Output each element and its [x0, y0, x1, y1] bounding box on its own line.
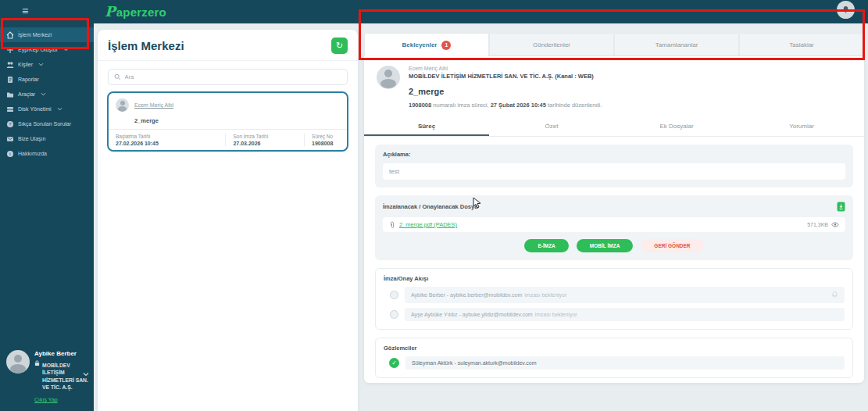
detail-process-title: 2_merge [409, 87, 602, 96]
field-label: Başlatma Tarihi [116, 134, 218, 139]
status-tabs: Bekleyenler 1 Gönderilenler Tamamlananla… [364, 33, 864, 56]
sidebar-item-hakkimizda[interactable]: i Hakkımızda [0, 146, 94, 161]
signer-name: Ayşe Aybüke Yıldız - aybuke.yildiz@mobil… [411, 312, 533, 317]
observer-row: ✓ Süleyman Aktürk - suleyman.akturk@mobi… [384, 356, 845, 370]
sidebar-item-label: Araçlar [18, 91, 35, 97]
sidebar-item-bize-ulasin[interactable]: Bize Ulaşın [0, 131, 94, 146]
field-value: 1908008 [312, 141, 340, 146]
process-number: 1908008 [409, 102, 431, 109]
e-imza-button[interactable]: E-İMZA [524, 239, 568, 252]
flow-row: Ayşe Aybüke Yıldız - aybuke.yildiz@mobil… [384, 308, 845, 321]
download-file-icon[interactable] [837, 202, 845, 212]
process-card[interactable]: Ecem Meriç Altıl 2_merge Başlatma Tarihi… [107, 91, 348, 152]
chevron-down-icon[interactable] [83, 366, 89, 380]
file-row: 2_merge.pdf (PADES) 571,3KB [383, 217, 845, 232]
observers-section-title: Gözlemciler [384, 345, 845, 352]
logout-link[interactable]: Çıkış Yap [34, 397, 58, 402]
hamburger-menu-icon[interactable]: ≡ [22, 5, 28, 17]
report-icon [6, 76, 14, 84]
card-owner-name: Ecem Meriç Altıl [134, 102, 173, 108]
app-root: Paperzero ≡ İşlem Merkezi Eyp/Kep Oluştu… [0, 0, 868, 411]
info-icon: i [6, 150, 14, 158]
pending-count-badge: 1 [441, 41, 451, 50]
search-icon [114, 73, 121, 80]
sidebar-item-label: Bize Ulaşın [18, 136, 45, 141]
mouse-cursor [473, 197, 482, 213]
avatar [377, 66, 400, 89]
mail-icon [6, 135, 14, 143]
process-date: 27 Şubat 2026 10:45 [491, 102, 546, 109]
detail-subtabs: Süreç Özet Ek Dosyalar Yorumlar [364, 117, 864, 137]
field-label: Süreç No [312, 134, 340, 139]
tab-label: Taslaklar [789, 41, 814, 48]
sidebar-item-disk-yonetimi[interactable]: Disk Yönetimi [0, 102, 94, 116]
subtab-ozet[interactable]: Özet [489, 117, 614, 136]
subtab-surec[interactable]: Süreç [364, 117, 489, 136]
pending-status-icon [390, 291, 398, 299]
tab-label: Gönderilenler [533, 41, 570, 48]
chevron-down-icon [57, 106, 63, 112]
description-section: Açıklama: test [375, 145, 853, 188]
process-list-panel: İşlem Merkezi ↻ Ecem Meriç Altıl 2_merge… [98, 30, 358, 411]
file-section: İmzalanacak / Onaylanacak Dosya 2_merge.… [375, 195, 853, 260]
signature-flow-section: İmza/Onay Akışı Aybike Berber - aybike.b… [375, 268, 853, 330]
signer-status: imzası bekleniyor [535, 312, 577, 317]
plus-icon [6, 46, 14, 54]
sidebar-item-label: Eyp/Kep Oluştur [18, 47, 58, 52]
sidebar-item-islem-merkezi[interactable]: İşlem Merkezi [0, 27, 94, 42]
remind-bell-icon[interactable] [831, 291, 838, 299]
user-name: Aybike Berber [34, 350, 91, 357]
sidebar-user-box[interactable]: Aybike Berber MOBİLDEV İLETİŞİM HİZMETLE… [0, 345, 94, 409]
notification-bell-button[interactable] [837, 1, 855, 19]
folder-icon [6, 91, 14, 98]
page-title: İşlem Merkezi [108, 39, 184, 52]
sidebar-item-label: Raporlar [18, 77, 39, 82]
people-icon [6, 61, 14, 69]
sidebar-item-kisiler[interactable]: Kişiler [0, 57, 94, 72]
field-value: 27.02.2026 10:45 [116, 141, 218, 146]
signer-name: Aybike Berber - aybike.berber@mobildev.c… [411, 292, 522, 298]
detail-owner-name: Ecem Meriç Altıl [409, 66, 602, 71]
tab-taslaklar[interactable]: Taslaklar [739, 33, 864, 56]
search-box[interactable] [108, 69, 348, 85]
file-link[interactable]: 2_merge.pdf (PADES) [399, 221, 457, 228]
description-label: Açıklama: [383, 151, 845, 158]
bell-icon [841, 5, 850, 14]
disk-icon [6, 105, 14, 113]
lock-icon [34, 360, 40, 366]
sidebar-item-sss[interactable]: ? Sıkça Sorulan Sorular [0, 116, 94, 131]
observers-section: Gözlemciler ✓ Süleyman Aktürk - suleyman… [375, 338, 853, 378]
top-bar: Paperzero [0, 0, 868, 23]
subtab-yorumlar[interactable]: Yorumlar [739, 117, 864, 136]
paperclip-icon [389, 221, 395, 229]
subtab-ek-dosyalar[interactable]: Ek Dosyalar [614, 117, 739, 136]
sidebar-item-label: İşlem Merkezi [18, 32, 52, 38]
pending-status-icon [390, 310, 398, 319]
tab-gonderilenler[interactable]: Gönderilenler [489, 33, 614, 56]
flow-row: Aybike Berber - aybike.berber@mobildev.c… [384, 287, 845, 303]
paperzero-logo: Paperzero [105, 3, 166, 20]
check-circle-icon: ✓ [389, 358, 399, 368]
eye-icon[interactable] [831, 222, 839, 227]
card-process-name: 2_merge [134, 117, 340, 124]
detail-meta: 1908008 numaralı imza süreci, 27 Şubat 2… [409, 102, 602, 109]
chevron-down-icon [38, 62, 44, 67]
sidebar-item-raporlar[interactable]: Raporlar [0, 72, 94, 87]
home-icon [6, 31, 14, 39]
meta-text: tarihinde düzenlendi. [546, 102, 602, 109]
tab-bekleyenler[interactable]: Bekleyenler 1 [364, 33, 489, 56]
sidebar-item-araclar[interactable]: Araçlar [0, 87, 94, 102]
field-value: 27.03.2026 [233, 141, 297, 146]
sidebar: ≡ İşlem Merkezi Eyp/Kep Oluştur Kişiler … [0, 0, 94, 411]
geri-gonder-button[interactable]: GERİ GÖNDER [641, 239, 703, 252]
mobil-imza-button[interactable]: MOBİL İMZA [577, 239, 634, 252]
description-value: test [383, 163, 845, 180]
tab-tamamlananlar[interactable]: Tamamlananlar [614, 33, 739, 56]
signer-status: imzası bekleniyor [524, 292, 566, 298]
search-input[interactable] [125, 73, 341, 80]
question-icon: ? [6, 120, 14, 128]
tab-label: Tamamlananlar [655, 41, 698, 48]
process-detail-panel: Ecem Meriç Altıl MOBİLDEV İLETİŞİM HİZME… [364, 56, 864, 383]
refresh-button[interactable]: ↻ [331, 38, 348, 54]
sidebar-item-eyp-kep-olustur[interactable]: Eyp/Kep Oluştur [0, 42, 94, 57]
